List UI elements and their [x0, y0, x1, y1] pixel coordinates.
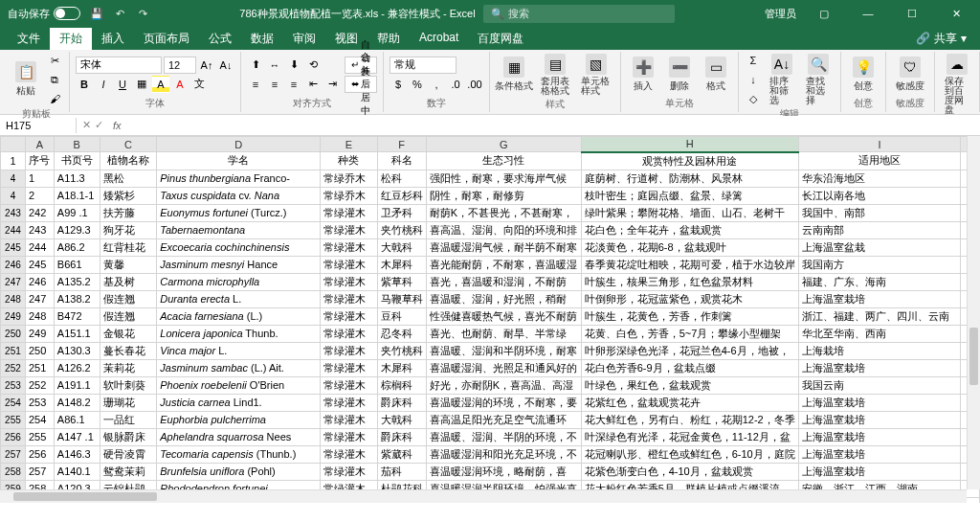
cell[interactable]: 244 [25, 238, 54, 256]
cell[interactable]: 叶深绿色有光泽，花冠金黄色，11-12月，盆 [581, 428, 798, 445]
cell[interactable]: A146.3 [54, 445, 100, 463]
cell[interactable]: 上海栽培 [798, 342, 961, 359]
cell[interactable]: 枝叶密生；庭园点缀、盆景、绿篱 [581, 187, 798, 204]
cell[interactable]: 紫草科 [377, 273, 426, 290]
col-header-G[interactable]: G [426, 137, 581, 152]
cell[interactable]: 蔓长春花 [100, 342, 157, 359]
cell[interactable]: 花冠喇叭形、橙红色或鲜红色，6-10月，庭院 [581, 445, 798, 463]
fill-icon[interactable]: ↓ [745, 71, 762, 88]
row-header[interactable]: 248 [1, 290, 26, 307]
cell[interactable]: 常绿灌木 [321, 445, 378, 463]
cell[interactable]: 常绿灌木 [321, 376, 378, 394]
menu-文件[interactable]: 文件 [8, 28, 50, 50]
cell[interactable]: 喜温暖湿润的环境，不耐寒，要 [426, 394, 581, 411]
cell[interactable]: 叶绿色，果红色，盆栽观赏 [581, 376, 798, 394]
cell[interactable]: 花白色；全年花卉，盆栽观赏 [581, 221, 798, 238]
cell[interactable]: 常绿灌木 [321, 204, 378, 221]
name-box[interactable]: H175 [0, 118, 77, 133]
ribbon-display-icon[interactable]: ▢ [808, 0, 840, 27]
align-top-icon[interactable]: ⬆ [247, 57, 264, 74]
cell[interactable]: Brunfelsia uniflora (Pohl) [157, 463, 321, 480]
cell[interactable]: Tecomaria capensis (Thunb.) [157, 445, 321, 463]
row-header[interactable]: 257 [1, 445, 26, 463]
comma-icon[interactable]: , [428, 76, 445, 93]
cell[interactable]: 常绿灌木 [321, 256, 378, 273]
cell[interactable]: 基及树 [100, 273, 157, 290]
font-name-select[interactable] [76, 57, 162, 74]
col-header-E[interactable]: E [321, 137, 378, 152]
format-button[interactable]: ▭格式 [700, 55, 732, 95]
decrease-font-icon[interactable]: A↓ [217, 57, 234, 74]
percent-icon[interactable]: % [409, 76, 426, 93]
cell[interactable]: 255 [25, 428, 54, 445]
cell[interactable]: 喜温暖湿润气候，耐半荫不耐寒 [426, 238, 581, 256]
cell[interactable]: A126.2 [54, 359, 100, 376]
align-bot-icon[interactable]: ⬇ [285, 57, 302, 74]
row-header[interactable]: 250 [1, 325, 26, 342]
cell[interactable]: 上海温室栽培 [798, 428, 961, 445]
header-cell[interactable]: 观赏特性及园林用途 [581, 152, 798, 170]
cell[interactable]: 常绿灌木 [321, 238, 378, 256]
cell[interactable]: 金银花 [100, 325, 157, 342]
cell[interactable]: 喜温暖、湿润和半阴环境，耐寒 [426, 342, 581, 359]
header-cell[interactable]: 植物名称 [100, 152, 157, 170]
cell[interactable]: 喜高温足阳光充足空气流通环 [426, 411, 581, 428]
cell[interactable]: A191.1 [54, 376, 100, 394]
fx-icon[interactable]: fx [109, 120, 125, 131]
row-header[interactable]: 255 [1, 411, 26, 428]
cell[interactable]: 喜光能耐荫，不耐寒，喜温暖湿 [426, 256, 581, 273]
cell-style-button[interactable]: ▧单元格样式 [577, 52, 614, 98]
cell[interactable]: 狗牙花 [100, 221, 157, 238]
cell[interactable]: 254 [25, 411, 54, 428]
cell[interactable]: 福建、广东、海南 [798, 273, 961, 290]
cell[interactable]: 常绿灌木 [321, 428, 378, 445]
col-header-I[interactable]: I [798, 137, 961, 152]
cell[interactable]: 扶芳藤 [100, 204, 157, 221]
cell[interactable]: 常绿灌木 [321, 290, 378, 307]
cell[interactable]: Acacia farnesiana (L.) [157, 307, 321, 325]
cell[interactable]: A86.2 [54, 238, 100, 256]
cell[interactable]: Lonicera japonica Thunb. [157, 325, 321, 342]
cell[interactable]: 矮紫杉 [100, 187, 157, 204]
cell[interactable]: 耐荫K，不甚畏光，不甚耐寒， [426, 204, 581, 221]
cell[interactable]: 绿叶紫果；攀附花格、墙面、山石、老树干 [581, 204, 798, 221]
indent-dec-icon[interactable]: ⇤ [304, 76, 322, 93]
scroll-thumb[interactable] [969, 328, 978, 385]
copy-icon[interactable]: ⧉ [46, 71, 63, 88]
cell[interactable]: 云南南部 [798, 221, 961, 238]
cell[interactable]: 爵床科 [377, 428, 426, 445]
cell[interactable]: 247 [25, 290, 54, 307]
align-center-icon[interactable]: ≡ [266, 76, 283, 93]
cell[interactable]: 常绿乔木 [321, 187, 378, 204]
cell[interactable]: 251 [25, 359, 54, 376]
cell[interactable]: 2 [25, 187, 54, 204]
cell[interactable]: 242 [25, 204, 54, 221]
paste-button[interactable]: 📋 粘贴 [10, 59, 42, 100]
cell[interactable]: 常绿灌木 [321, 273, 378, 290]
cell[interactable]: 喜温暖湿润环境，略耐荫，喜 [426, 463, 581, 480]
cell[interactable]: 假连翘 [100, 307, 157, 325]
cell[interactable]: 大戟科 [377, 238, 426, 256]
cell[interactable]: 豆科 [377, 307, 426, 325]
cell[interactable]: 花黄、白色，芳香，5~7月；攀缘小型棚架 [581, 325, 798, 342]
cell[interactable]: 常绿灌木 [321, 307, 378, 325]
cell[interactable]: 红豆杉科 [377, 187, 426, 204]
row-header[interactable]: 256 [1, 428, 26, 445]
autosave-toggle[interactable]: 自动保存 [8, 7, 80, 21]
cell[interactable]: A86.1 [54, 411, 100, 428]
font-color-button[interactable]: A [171, 76, 189, 93]
increase-font-icon[interactable]: A↑ [198, 57, 215, 74]
cell[interactable]: 喜温暖湿润和阳光充足环境，不 [426, 445, 581, 463]
cell[interactable]: 春季黄花绽吐相映，花期可爱，植于水边较岸 [581, 256, 798, 273]
cell[interactable]: 喜温暖湿润、光照足和通风好的 [426, 359, 581, 376]
cell[interactable]: 大戟科 [377, 411, 426, 428]
cell[interactable]: 253 [25, 394, 54, 411]
merge-center-button[interactable]: ⬌合并后居中 [345, 76, 377, 93]
cell[interactable]: 卫矛科 [377, 204, 426, 221]
col-header-A[interactable]: A [25, 137, 54, 152]
row-header[interactable]: 244 [1, 221, 26, 238]
col-header-D[interactable]: D [157, 137, 321, 152]
bold-button[interactable]: B [76, 76, 93, 93]
inc-decimal-icon[interactable]: .0 [447, 76, 464, 93]
cell[interactable]: 黑松 [100, 170, 157, 187]
